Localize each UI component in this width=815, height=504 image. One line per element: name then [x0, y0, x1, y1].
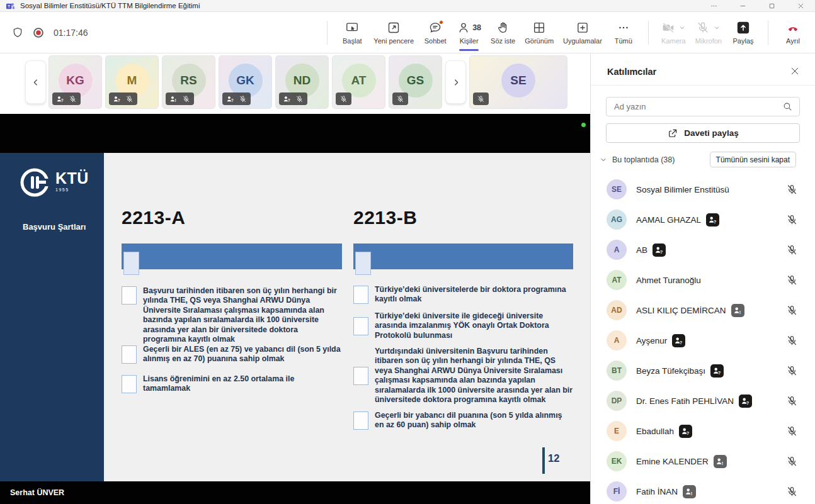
participant-search[interactable] — [606, 97, 800, 116]
checkbox-icon — [122, 345, 137, 364]
mic-muted-icon — [477, 95, 485, 103]
panel-divider — [591, 85, 815, 86]
scroll-left-button[interactable] — [25, 60, 46, 104]
toolbar-button-mikrofon[interactable]: Mikrofon — [693, 16, 724, 50]
mic-muted-icon — [295, 95, 304, 103]
identity-question-badge: ? — [739, 395, 752, 408]
identity-question-icon: ? — [113, 95, 121, 103]
toolbar-button-label: Tümü — [615, 37, 632, 45]
avatar: DP — [607, 391, 627, 411]
mic-muted-icon[interactable] — [786, 486, 798, 498]
video-tile-ND[interactable]: ND? — [275, 55, 329, 109]
tile-row: KG?M?RS!GK?ND?ATGSSE — [48, 53, 567, 109]
mic-muted-icon[interactable] — [786, 365, 798, 377]
participant-row[interactable]: EKEmine KALENDER! — [591, 446, 815, 476]
tile-status-badge: ? — [109, 92, 137, 105]
mic-muted-icon[interactable] — [786, 305, 798, 316]
popout-icon — [387, 21, 401, 35]
mic-muted-icon[interactable] — [786, 425, 798, 437]
meeting-status: 01:17:46 — [11, 26, 88, 39]
svg-text:?: ? — [61, 98, 64, 103]
toolbar-button-soz-iste[interactable]: Söz iste — [488, 16, 518, 50]
titlebar-more-button[interactable] — [699, 0, 728, 11]
video-tile-SE[interactable]: SE — [469, 55, 567, 109]
mic-muted-icon[interactable] — [786, 456, 798, 468]
requirement-item: Yurtdışındaki üniversitenin Başvuru tari… — [353, 347, 573, 405]
toolbar-button-kamera[interactable]: Kamera — [659, 16, 688, 50]
title-bar: T Sosyal Bilimler Enstitüsü/KTÜ TTM Bilg… — [0, 0, 815, 12]
mute-all-button[interactable]: Tümünün sesini kapat — [710, 152, 796, 167]
search-input[interactable] — [613, 101, 782, 112]
participant-name: Beyza Tüfekçibaşı — [636, 366, 705, 376]
participant-name: AAMAL GHAZAL — [636, 215, 701, 225]
toolbar-button-uygulamalar[interactable]: Uygulamalar — [561, 16, 605, 50]
identity-exclaim-icon: ! — [169, 95, 178, 103]
requirement-item: Başvuru tarihinden itibaren son üç yılın… — [122, 286, 342, 344]
toolbar-button-label: Söz iste — [491, 37, 515, 45]
toolbar-button-tumu[interactable]: Tümü — [609, 16, 638, 50]
share-tray-icon — [736, 21, 750, 35]
toolbar-button-kisiler[interactable]: 38Kişiler — [454, 16, 484, 50]
toolbar-button-paylas[interactable]: Paylaş — [729, 16, 758, 50]
maximize-button[interactable] — [757, 0, 786, 11]
mic-muted-icon[interactable] — [786, 395, 798, 407]
close-panel-icon[interactable] — [790, 66, 801, 77]
participant-row[interactable]: ATAhmet Turanoğlu — [591, 265, 815, 295]
participant-row[interactable]: AGAAMAL GHAZAL? — [591, 204, 815, 235]
chevron-down-icon[interactable] — [713, 24, 721, 31]
toolbar-button-yeni-pencere[interactable]: Yeni pencere — [371, 16, 416, 50]
mic-muted-icon[interactable] — [786, 184, 798, 196]
scroll-right-button[interactable] — [445, 60, 466, 104]
identity-alert-badge: ! — [731, 304, 744, 317]
minimize-button[interactable] — [728, 0, 757, 11]
presentation-slide: KTÜ 1955 Başvuru Şartları 12 2213-ABaşvu… — [0, 153, 590, 481]
hand-icon — [496, 21, 510, 35]
video-tile-GK[interactable]: GK? — [219, 55, 272, 109]
video-tile-GS[interactable]: GS — [389, 55, 442, 109]
video-tile-KG[interactable]: KG? — [48, 55, 102, 109]
teams-meeting-window: T Sosyal Bilimler Enstitüsü/KTÜ TTM Bilg… — [0, 0, 815, 504]
toolbar-divider — [648, 21, 649, 45]
mic-muted-icon[interactable] — [786, 244, 798, 256]
mic-muted-icon[interactable] — [786, 274, 798, 286]
screen-share-live-dot — [581, 123, 586, 127]
tile-status-badge: ! — [166, 92, 194, 105]
participant-row[interactable]: SESosyal Bilimler Enstitüsü — [591, 174, 815, 204]
participant-row[interactable]: DPDr. Enes Fatih PEHLİVAN? — [591, 386, 815, 416]
chevron-down-icon[interactable] — [678, 24, 686, 31]
video-tile-AT[interactable]: AT — [332, 55, 385, 109]
mic-muted-icon[interactable] — [786, 214, 798, 226]
participant-row[interactable]: AAyşenur? — [591, 325, 815, 356]
participant-row[interactable]: AAB? — [591, 235, 815, 265]
ktu-logo-text: KTÜ — [55, 171, 89, 186]
requirement-text: Geçerli bir ALES (en az 75) ve yabancı d… — [143, 345, 341, 364]
present-screen-icon — [345, 21, 359, 35]
svg-text:!: ! — [175, 98, 176, 103]
participant-name: Dr. Enes Fatih PEHLİVAN — [636, 396, 734, 406]
close-window-button[interactable] — [786, 0, 815, 11]
checkbox-icon — [353, 412, 368, 430]
video-tile-RS[interactable]: RS! — [162, 55, 215, 109]
toolbar-button-gorunum[interactable]: Görünüm — [522, 16, 556, 50]
checkbox-icon — [122, 375, 137, 393]
participant-row[interactable]: EEbadullah? — [591, 416, 815, 446]
camera-off-icon — [661, 21, 675, 35]
meeting-toolbar: 01:17:46 BaşlatYeni pencereSohbet38Kişil… — [0, 12, 815, 53]
window-title: Sosyal Bilimler Enstitüsü/KTÜ TTM Bilgil… — [20, 2, 200, 9]
svg-text:?: ? — [231, 98, 234, 103]
participant-row[interactable]: BTBeyza Tüfekçibaşı? — [591, 356, 815, 386]
chevron-down-icon[interactable] — [600, 156, 607, 164]
share-invite-button[interactable]: Daveti paylaş — [606, 123, 800, 143]
participant-row[interactable]: ADASLI KILIÇ DEMİRCAN! — [591, 295, 815, 325]
toolbar-button-baslat[interactable]: Başlat — [338, 16, 367, 50]
participant-row[interactable]: FİFatih İNAN! — [591, 476, 815, 504]
toolbar-button-sohbet[interactable]: Sohbet — [421, 16, 450, 50]
svg-text:?: ? — [746, 400, 749, 405]
participant-name: ASLI KILIÇ DEMİRCAN — [636, 306, 726, 315]
mic-muted-icon[interactable] — [786, 335, 798, 347]
chat-icon — [428, 21, 442, 35]
mic-off-icon — [696, 21, 710, 35]
toolbar-button-ayril[interactable]: Ayrıl — [778, 16, 807, 50]
svg-text:!: ! — [691, 490, 693, 496]
video-tile-M[interactable]: M? — [105, 55, 159, 109]
